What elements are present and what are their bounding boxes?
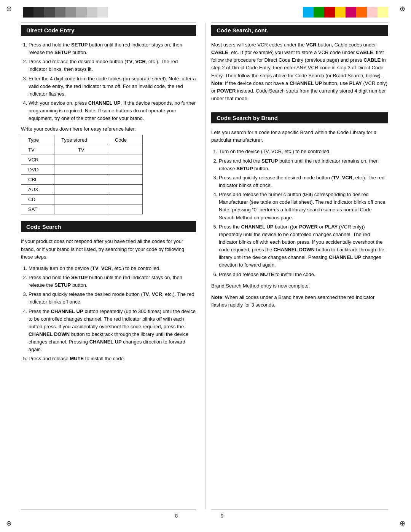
cb-r-5	[346, 7, 356, 18]
col-header-type-stored: Type stored	[54, 135, 108, 145]
code-reference-table: Type Type stored Code TV TV VCR DVD	[21, 135, 143, 214]
step-item: Press and quickly release the desired mo…	[219, 174, 388, 189]
code-search-header: Code Search	[21, 221, 196, 232]
color-bar-left	[23, 7, 108, 18]
table-row: CD	[21, 195, 143, 204]
type-cell: DVD	[21, 165, 54, 175]
cb-r-3	[324, 7, 335, 18]
direct-code-entry-steps: Press and hold the SETUP button until th…	[21, 41, 196, 122]
code-search-cont-body: Most users will store VCR codes under th…	[211, 41, 388, 102]
step-item: Turn on the device (TV, VCR, etc.) to be…	[219, 148, 388, 155]
h-line-bot-left	[21, 510, 196, 510]
type-cell: CD	[21, 195, 54, 204]
code-search-steps: Manually turn on the device (TV, VCR, et…	[21, 265, 196, 363]
cb-r-2	[314, 7, 324, 18]
reg-mark-tr: ⊕	[398, 5, 406, 13]
center-divider	[206, 23, 206, 509]
cb-r-4	[335, 7, 346, 18]
cb-l-4	[55, 7, 65, 18]
step-item: Press the CHANNEL UP button repeatedly (…	[29, 308, 196, 354]
cb-l-8	[97, 7, 108, 18]
type-cell: CBL	[21, 175, 54, 185]
col-header-code: Code	[108, 135, 142, 145]
table-row: SAT	[21, 204, 143, 214]
cb-l-3	[44, 7, 55, 18]
table-row: AUX	[21, 185, 143, 195]
brand-search-footer1: Brand Search Method entry is now complet…	[211, 282, 388, 290]
cb-l-5	[65, 7, 76, 18]
h-line-top-right	[211, 22, 388, 22]
step-item: Enter the 4 digit code from the code tab…	[29, 75, 196, 98]
type-stored-cell	[54, 204, 108, 214]
table-row: TV TV	[21, 145, 143, 155]
write-codes-text: Write your codes down here for easy refe…	[21, 126, 196, 132]
table-row: CBL	[21, 175, 143, 185]
brand-search-footer2: Note: When all codes under a Brand have …	[211, 294, 388, 309]
step-item: Press and quickly release the desired mo…	[29, 291, 196, 306]
type-cell: AUX	[21, 185, 54, 195]
code-cell	[108, 185, 142, 195]
step-item: Press and release MUTE to install the co…	[219, 271, 388, 278]
step-item: Press and release MUTE to install the co…	[29, 355, 196, 363]
code-cell	[108, 145, 142, 155]
step-item: Press and hold the SETUP button until th…	[219, 157, 388, 173]
code-cell	[108, 175, 142, 185]
code-cell	[108, 204, 142, 214]
type-stored-cell	[54, 175, 108, 185]
reg-mark-br: ⊕	[398, 519, 406, 527]
code-cell	[108, 195, 142, 204]
cb-l-7	[87, 7, 97, 18]
reg-mark-tl: ⊕	[5, 5, 13, 13]
code-search-by-brand-steps: Turn on the device (TV, VCR, etc.) to be…	[211, 148, 388, 278]
reg-mark-bl: ⊕	[5, 519, 13, 527]
page-number-right: 9	[221, 513, 223, 519]
type-cell: TV	[21, 145, 54, 155]
code-search-by-brand-header: Code Search by Brand	[211, 112, 388, 123]
direct-code-entry-header: Direct Code Entry	[21, 25, 196, 36]
type-cell: VCR	[21, 155, 54, 165]
type-stored-cell	[54, 195, 108, 204]
step-item: Manually turn on the device (TV, VCR, et…	[29, 265, 196, 272]
type-stored-cell	[54, 165, 108, 175]
step-item: Press and hold the SETUP button until th…	[29, 41, 196, 56]
table-row: VCR	[21, 155, 143, 165]
type-stored-cell	[54, 155, 108, 165]
right-column: Code Search, cont. Most users will store…	[211, 25, 388, 313]
step-item: Press and release the desired mode butto…	[29, 58, 196, 73]
cb-l-6	[76, 7, 87, 18]
page-number-left: 8	[175, 513, 178, 519]
step-item: With your device on, press CHANNEL UP. I…	[29, 99, 196, 122]
step-item: Press the CHANNEL UP button ((or POWER o…	[219, 223, 388, 269]
cb-l-2	[33, 7, 44, 18]
code-search-by-brand-intro: Lets you search for a code for a specifi…	[211, 129, 388, 144]
code-cell	[108, 155, 142, 165]
col-header-type: Type	[21, 135, 54, 145]
cb-r-7	[367, 7, 378, 18]
cb-r-1	[303, 7, 314, 18]
table-row: DVD	[21, 165, 143, 175]
cb-r-8	[378, 7, 388, 18]
code-search-intro: If your product does not respond after y…	[21, 238, 196, 260]
step-item: Press and hold the SETUP button until th…	[29, 274, 196, 289]
step-item: Press and release the numeric button (0-…	[219, 191, 388, 222]
color-bar-right	[303, 7, 388, 18]
type-stored-cell	[54, 185, 108, 195]
cb-l-1	[23, 7, 33, 18]
page-container: ⊕ ⊕ ⊕ ⊕ Direct Code Entry Press and hold…	[0, 0, 411, 532]
cb-r-6	[356, 7, 367, 18]
h-line-top-left	[21, 22, 196, 22]
left-column: Direct Code Entry Press and hold the SET…	[21, 25, 196, 367]
code-cell	[108, 165, 142, 175]
type-stored-cell: TV	[54, 145, 108, 155]
code-search-cont-header: Code Search, cont.	[211, 25, 388, 36]
type-cell: SAT	[21, 204, 54, 214]
h-line-bot-right	[211, 510, 388, 510]
